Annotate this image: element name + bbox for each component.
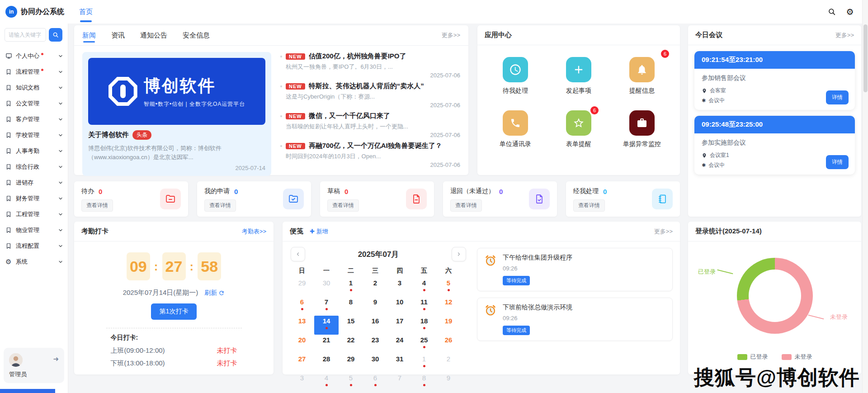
calendar-day[interactable]: 17 <box>387 316 412 335</box>
calendar-day[interactable]: 2 <box>363 278 387 297</box>
news-tab-info[interactable]: 资讯 <box>111 25 125 45</box>
calendar-day[interactable]: 31 <box>387 354 412 373</box>
calendar-day[interactable]: 10 <box>387 297 412 316</box>
view-details-button[interactable]: 查看详情 <box>327 199 359 212</box>
calendar-day[interactable]: 23 <box>363 335 387 354</box>
calendar-day[interactable]: 7 <box>314 297 339 316</box>
calendar-day[interactable]: 1 <box>339 278 363 297</box>
calendar-day[interactable]: 28 <box>314 354 339 373</box>
sidebar-item-finance[interactable]: 财务管理 <box>0 190 68 206</box>
scrollbar-track[interactable] <box>862 0 868 393</box>
gear-icon[interactable]: ⚙ <box>845 7 854 16</box>
calendar-day[interactable]: 6 <box>363 373 387 392</box>
calendar-day[interactable]: 6 <box>290 297 314 316</box>
calendar-day[interactable]: 3 <box>387 278 412 297</box>
note-item[interactable]: 下班前给张总做演示环境 09:26 等待完成 <box>477 298 673 341</box>
legend-logged-in[interactable]: 已登录 <box>737 353 768 361</box>
news-item[interactable]: NEW特斯拉、英伟达机器人背后的“卖水人” 这是与CyberOrigin（下称：… <box>280 82 460 109</box>
sidebar-item-admin-affairs[interactable]: 综合行政 <box>0 159 68 175</box>
arrow-right-icon[interactable]: ➜ <box>53 355 59 363</box>
calendar-day[interactable]: 24 <box>387 335 412 354</box>
calendar-day[interactable]: 30 <box>314 278 339 297</box>
calendar-day[interactable]: 25 <box>412 335 436 354</box>
meeting-detail-button[interactable]: 详情 <box>826 90 849 104</box>
calendar-day[interactable]: 4 <box>412 278 436 297</box>
calendar-day[interactable]: 26 <box>436 335 461 354</box>
news-tab-notice[interactable]: 通知公告 <box>140 25 167 45</box>
sidebar-item-process-management[interactable]: 流程管理 <box>0 64 68 80</box>
sidebar-item-school-management[interactable]: 学校管理 <box>0 127 68 143</box>
calendar-day[interactable]: 13 <box>290 316 314 335</box>
search-input[interactable] <box>5 28 46 42</box>
search-icon[interactable] <box>827 7 836 16</box>
calendar-day[interactable]: 27 <box>290 354 314 373</box>
calendar-day[interactable]: 15 <box>339 316 363 335</box>
search-button[interactable] <box>49 28 62 42</box>
calendar-day[interactable]: 11 <box>412 297 436 316</box>
app-anomaly-monitor[interactable]: 单据异常监控 <box>610 110 674 148</box>
calendar-day[interactable]: 8 <box>412 373 436 392</box>
user-card[interactable]: ➜ 管理员 <box>4 348 64 383</box>
sidebar-item-hr-attendance[interactable]: 人事考勤 <box>0 143 68 159</box>
sidebar-item-engineering[interactable]: 工程管理 <box>0 206 68 222</box>
calendar-day[interactable]: 5 <box>436 278 461 297</box>
calendar-day[interactable]: 18 <box>412 316 436 335</box>
punch-clock-button[interactable]: 第1次打卡 <box>151 303 197 320</box>
news-item[interactable]: NEW微信，又一个千亿风口来了 当聒噪的短剧让年轻人直呼上头时，一个更隐... … <box>280 112 460 138</box>
app-form-reminders[interactable]: 6 表单提醒 <box>547 110 610 148</box>
notes-more-link[interactable]: 更多>> <box>654 227 673 236</box>
sidebar-item-property[interactable]: 物业管理 <box>0 222 68 238</box>
calendar-day[interactable]: 3 <box>290 373 314 392</box>
sidebar-item-personal-center[interactable]: 个人中心 <box>0 48 68 64</box>
calendar-prev-button[interactable] <box>291 247 305 261</box>
news-tab-security[interactable]: 安全信息 <box>183 25 210 45</box>
sidebar-item-system[interactable]: ⚙ 系统 <box>0 254 68 270</box>
calendar-day[interactable]: 12 <box>436 297 461 316</box>
calendar-day[interactable]: 22 <box>339 335 363 354</box>
refresh-link[interactable]: 刷新 <box>204 289 225 297</box>
calendar-day[interactable]: 21 <box>314 335 339 354</box>
view-details-button[interactable]: 查看详情 <box>450 199 482 212</box>
note-item[interactable]: 下午给华住集团升级程序 09:26 等待完成 <box>477 248 673 291</box>
sidebar-item-process-config[interactable]: 流程配置 <box>0 238 68 254</box>
sidebar-item-knowledge-docs[interactable]: 知识文档 <box>0 80 68 95</box>
add-note-link[interactable]: ✚ 新增 <box>310 227 328 236</box>
calendar-day[interactable]: 9 <box>363 297 387 316</box>
app-directory[interactable]: 单位通讯录 <box>484 110 547 148</box>
meetings-more-link[interactable]: 更多>> <box>835 31 854 39</box>
calendar-next-button[interactable] <box>452 247 466 261</box>
meeting-detail-button[interactable]: 详情 <box>826 155 849 169</box>
featured-news[interactable]: 博创软件 智能•数字•信创 | 全数字化OA运营平台 关于博创软件 头条 博思创… <box>82 52 271 176</box>
calendar-day[interactable]: 29 <box>290 278 314 297</box>
calendar-day[interactable]: 5 <box>339 373 363 392</box>
app-initiate-item[interactable]: 发起事项 <box>547 57 610 95</box>
sidebar-item-official-docs[interactable]: 公文管理 <box>0 95 68 111</box>
app-reminders[interactable]: 6 提醒信息 <box>610 57 674 95</box>
calendar-day[interactable]: 9 <box>436 373 461 392</box>
sidebar-item-customer-management[interactable]: 客户管理 <box>0 111 68 127</box>
sidebar-item-inventory[interactable]: 进销存 <box>0 175 68 190</box>
calendar-day[interactable]: 14 <box>314 316 339 335</box>
tab-home[interactable]: 首页 <box>78 5 94 19</box>
calendar-day[interactable]: 1 <box>412 354 436 373</box>
news-tab-news[interactable]: 新闻 <box>82 25 96 45</box>
news-more-link[interactable]: 更多>> <box>442 31 460 39</box>
calendar-day[interactable]: 30 <box>363 354 387 373</box>
calendar-day[interactable]: 4 <box>314 373 339 392</box>
calendar-day[interactable]: 2 <box>436 354 461 373</box>
calendar-day[interactable]: 8 <box>339 297 363 316</box>
calendar-day[interactable]: 7 <box>387 373 412 392</box>
calendar-day[interactable]: 20 <box>290 335 314 354</box>
calendar-day[interactable]: 29 <box>339 354 363 373</box>
view-details-button[interactable]: 查看详情 <box>81 199 113 212</box>
legend-not-logged-in[interactable]: 未登录 <box>782 353 812 361</box>
scrollbar-thumb[interactable] <box>863 24 868 92</box>
calendar-day[interactable]: 16 <box>363 316 387 335</box>
view-details-button[interactable]: 查看详情 <box>204 199 236 212</box>
attendance-sheet-link[interactable]: 考勤表>> <box>242 227 266 236</box>
app-pending-tasks[interactable]: 待我处理 <box>484 57 547 95</box>
calendar-day[interactable]: 19 <box>436 316 461 335</box>
news-item[interactable]: NEW再融700亿，又一个万亿AI独角兽要诞生了？ 时间回到2024年的10月3… <box>280 142 460 168</box>
news-item[interactable]: NEW估值200亿，杭州独角兽要IPO了 杭州又一独角兽，要IPO了。6月30日… <box>280 52 460 79</box>
view-details-button[interactable]: 查看详情 <box>573 199 605 212</box>
